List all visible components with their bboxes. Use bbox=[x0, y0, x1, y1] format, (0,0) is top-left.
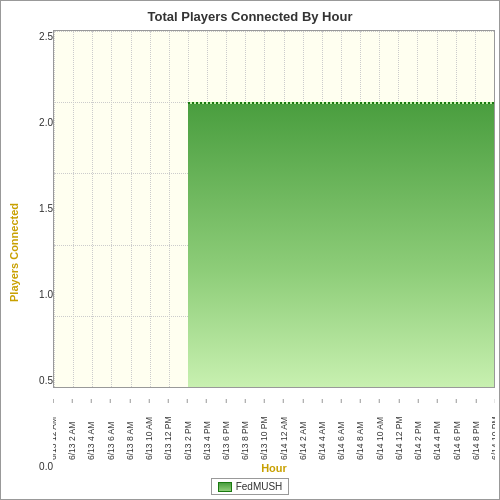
legend-label: FedMUSH bbox=[236, 481, 283, 492]
x-tick-label: 6/14 2 AM bbox=[299, 405, 308, 460]
x-tick: 6/14 2 PM bbox=[414, 399, 423, 460]
x-tick-label: 6/13 6 AM bbox=[106, 405, 115, 460]
x-tick-label: 6/13 8 PM bbox=[241, 405, 250, 460]
x-tick: 6/13 6 AM bbox=[106, 399, 115, 460]
v-grid-line bbox=[169, 31, 170, 387]
x-tick: 6/14 2 AM bbox=[299, 399, 308, 460]
chart-body: Players Connected 2.52.01.51.00.50.0 6/1… bbox=[5, 30, 495, 474]
x-tick: 6/13 2 PM bbox=[183, 399, 192, 460]
x-tick-label: 6/14 8 PM bbox=[472, 405, 481, 460]
x-tick-line bbox=[302, 399, 303, 403]
x-tick-line bbox=[72, 399, 73, 403]
x-tick: 6/14 8 AM bbox=[356, 399, 365, 460]
x-tick-line bbox=[91, 399, 92, 403]
y-tick: 2.5 bbox=[39, 32, 53, 42]
x-tick-line bbox=[495, 399, 496, 403]
x-tick: 6/13 10 AM bbox=[145, 399, 154, 460]
x-tick: 6/13 8 PM bbox=[241, 399, 250, 460]
x-tick-line bbox=[168, 399, 169, 403]
chart-container: Total Players Connected By Hour Players … bbox=[0, 0, 500, 500]
x-tick-label: 6/13 4 PM bbox=[202, 405, 211, 460]
x-tick-line bbox=[245, 399, 246, 403]
x-tick: 6/13 4 PM bbox=[202, 399, 211, 460]
x-tick-label: 6/13 8 AM bbox=[126, 405, 135, 460]
x-tick-label: 6/14 6 AM bbox=[337, 405, 346, 460]
y-axis: 2.52.01.51.00.50.0 bbox=[23, 30, 53, 474]
x-tick-label: 6/13 4 AM bbox=[87, 405, 96, 460]
x-tick-label: 6/14 10 PM bbox=[491, 405, 495, 460]
x-tick-line bbox=[264, 399, 265, 403]
x-tick: 6/13 4 AM bbox=[87, 399, 96, 460]
x-tick: 6/14 10 AM bbox=[375, 399, 384, 460]
x-tick-line bbox=[379, 399, 380, 403]
x-tick-line bbox=[53, 399, 54, 403]
v-grid-line bbox=[73, 31, 74, 387]
x-tick: 6/13 12 PM bbox=[164, 399, 173, 460]
x-tick-label: 6/14 4 AM bbox=[318, 405, 327, 460]
x-tick-label: 6/14 8 AM bbox=[356, 405, 365, 460]
chart-title: Total Players Connected By Hour bbox=[148, 9, 353, 24]
x-tick-label: 6/13 12 AM bbox=[53, 405, 57, 460]
x-tick-line bbox=[110, 399, 111, 403]
x-tick-line bbox=[475, 399, 476, 403]
h-grid-line bbox=[54, 31, 494, 32]
y-tick: 1.5 bbox=[39, 204, 53, 214]
x-tick-line bbox=[187, 399, 188, 403]
legend: FedMUSH bbox=[211, 478, 290, 495]
x-tick-label: 6/14 2 PM bbox=[414, 405, 423, 460]
area-fill bbox=[188, 102, 494, 387]
x-tick: 6/14 8 PM bbox=[472, 399, 481, 460]
y-tick: 0.0 bbox=[39, 462, 53, 472]
x-tick: 6/14 6 AM bbox=[337, 399, 346, 460]
v-grid-line bbox=[494, 31, 495, 387]
plot-area bbox=[53, 30, 495, 388]
y-tick: 0.5 bbox=[39, 376, 53, 386]
v-grid-line bbox=[131, 31, 132, 387]
plot-and-x: 6/13 12 AM6/13 2 AM6/13 4 AM6/13 6 AM6/1… bbox=[53, 30, 495, 474]
x-tick-line bbox=[398, 399, 399, 403]
x-tick-label: 6/14 12 AM bbox=[279, 405, 288, 460]
x-tick-label: 6/14 12 PM bbox=[395, 405, 404, 460]
x-tick-line bbox=[129, 399, 130, 403]
x-tick: 6/14 4 AM bbox=[318, 399, 327, 460]
y-tick: 2.0 bbox=[39, 118, 53, 128]
x-axis-ticks: 6/13 12 AM6/13 2 AM6/13 4 AM6/13 6 AM6/1… bbox=[53, 388, 495, 460]
x-tick-line bbox=[322, 399, 323, 403]
x-tick: 6/14 12 AM bbox=[279, 399, 288, 460]
x-tick-line bbox=[418, 399, 419, 403]
x-tick: 6/14 4 PM bbox=[433, 399, 442, 460]
x-tick-label: 6/14 10 AM bbox=[375, 405, 384, 460]
y-tick: 1.0 bbox=[39, 290, 53, 300]
x-tick-label: 6/13 2 PM bbox=[183, 405, 192, 460]
x-tick: 6/13 2 AM bbox=[68, 399, 77, 460]
x-tick-label: 6/13 2 AM bbox=[68, 405, 77, 460]
x-tick-label: 6/14 6 PM bbox=[452, 405, 461, 460]
x-tick: 6/14 6 PM bbox=[452, 399, 461, 460]
x-tick-line bbox=[341, 399, 342, 403]
y-axis-label: Players Connected bbox=[5, 30, 23, 474]
x-tick-label: 6/13 10 PM bbox=[260, 405, 269, 460]
x-tick-label: 6/13 6 PM bbox=[222, 405, 231, 460]
v-grid-line bbox=[111, 31, 112, 387]
legend-color-box bbox=[218, 482, 232, 492]
x-tick: 6/14 10 PM bbox=[491, 399, 495, 460]
v-grid-line bbox=[54, 31, 55, 387]
x-tick-line bbox=[206, 399, 207, 403]
x-tick: 6/13 10 PM bbox=[260, 399, 269, 460]
x-tick: 6/13 12 AM bbox=[53, 399, 57, 460]
x-axis-label: Hour bbox=[53, 462, 495, 474]
v-grid-line bbox=[92, 31, 93, 387]
x-tick: 6/13 6 PM bbox=[222, 399, 231, 460]
x-tick-line bbox=[456, 399, 457, 403]
x-axis-container: 6/13 12 AM6/13 2 AM6/13 4 AM6/13 6 AM6/1… bbox=[53, 388, 495, 460]
x-tick-label: 6/13 10 AM bbox=[145, 405, 154, 460]
x-tick-line bbox=[283, 399, 284, 403]
x-tick-label: 6/13 12 PM bbox=[164, 405, 173, 460]
x-tick: 6/14 12 PM bbox=[395, 399, 404, 460]
v-grid-line bbox=[150, 31, 151, 387]
x-tick-line bbox=[149, 399, 150, 403]
x-tick: 6/13 8 AM bbox=[126, 399, 135, 460]
x-tick-line bbox=[437, 399, 438, 403]
x-tick-line bbox=[225, 399, 226, 403]
x-tick-label: 6/14 4 PM bbox=[433, 405, 442, 460]
